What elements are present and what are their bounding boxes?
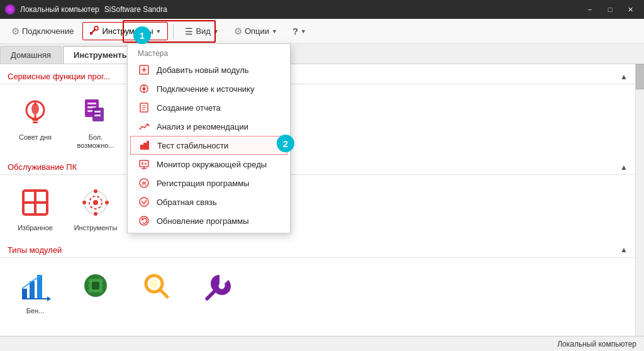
- section-service-collapse[interactable]: ▲: [620, 72, 628, 81]
- tabs-row: Домашняя Инструменты Поддержка Избранное: [0, 44, 644, 64]
- menu-item-analyze[interactable]: Анализ и рекомендации: [128, 117, 290, 136]
- module-search-icon: [138, 268, 174, 303]
- analyze-icon: [138, 120, 150, 133]
- tab-home[interactable]: Домашняя: [0, 46, 62, 64]
- scrollbar-thumb[interactable]: [636, 64, 644, 89]
- menu-stability-label: Тест стабильности: [157, 141, 228, 150]
- options-chevron: ▼: [272, 28, 277, 35]
- computer-name-title: Локальный компьютер: [20, 5, 99, 14]
- module-more-icon: [78, 94, 113, 130]
- module-benchmark-icon: [18, 268, 53, 303]
- module-benchmark[interactable]: Бен...: [10, 268, 60, 315]
- module-tip-label: Совет дня: [19, 133, 52, 142]
- menu-section-label: Мастера: [128, 47, 290, 60]
- svg-rect-26: [22, 289, 27, 299]
- svg-rect-64: [145, 163, 147, 165]
- svg-rect-2: [90, 32, 92, 35]
- menu-item-update[interactable]: Обновление программы: [128, 211, 290, 230]
- module-tip-icon: [18, 94, 53, 130]
- view-label: Вид: [196, 26, 211, 36]
- menu-feedback-label: Обратная связь: [157, 198, 217, 207]
- svg-rect-34: [86, 282, 89, 284]
- tab-tools-label: Инструменты: [74, 50, 129, 60]
- module-favorites-label: Избранное: [18, 224, 53, 232]
- svg-rect-28: [37, 275, 42, 299]
- menu-monitor-label: Монитор окружающей среды: [157, 160, 267, 169]
- module-favorites-icon: [18, 185, 53, 220]
- svg-rect-37: [102, 287, 105, 289]
- section-header-types[interactable]: Типы модулей ▲: [0, 243, 635, 258]
- svg-rect-39: [97, 276, 99, 279]
- menu-item-connect[interactable]: Подключение к источнику: [128, 79, 290, 98]
- svg-point-22: [94, 212, 97, 216]
- title-bar: Локальный компьютер SiSoftware Sandra − …: [0, 0, 644, 19]
- menu-item-add-module[interactable]: Добавить новый модуль: [128, 60, 290, 79]
- module-cpu[interactable]: [70, 268, 121, 315]
- svg-rect-33: [92, 282, 99, 289]
- section-types-content: Бен...: [0, 263, 635, 325]
- dropdown-menu: Мастера Добавить новый модуль Подключени…: [127, 43, 291, 233]
- svg-rect-15: [94, 114, 101, 116]
- options-label: Опции: [245, 26, 269, 36]
- view-icon: ☰: [185, 26, 193, 36]
- badge-2: 2: [277, 135, 294, 152]
- toolbar-separator-1: [173, 24, 174, 39]
- section-header-service[interactable]: Сервисные функции прог... ▲: [0, 69, 635, 84]
- app-name-title: SiSoftware Sandra: [104, 5, 167, 14]
- help-chevron: ▼: [301, 28, 306, 35]
- section-header-maintenance[interactable]: Обслуживание ПК ▲: [0, 160, 635, 175]
- menu-add-module-label: Добавить новый модуль: [157, 65, 249, 75]
- menu-item-stability[interactable]: Тест стабильности: [130, 136, 287, 155]
- section-service-content: Совет дня Бол. возможно...: [0, 89, 635, 160]
- menu-item-report[interactable]: Создание отчета: [128, 98, 290, 117]
- svg-rect-60: [140, 160, 148, 167]
- module-wrench-icon: [199, 268, 234, 303]
- module-more[interactable]: Бол. возможно...: [70, 94, 121, 150]
- svg-point-44: [150, 279, 158, 288]
- module-favorites[interactable]: Избранное: [10, 185, 60, 232]
- module-tools[interactable]: Инструменты: [70, 185, 121, 232]
- svg-point-25: [93, 200, 98, 205]
- svg-line-43: [160, 289, 167, 297]
- view-button[interactable]: ☰ Вид ▼: [179, 24, 225, 39]
- section-maintenance-content: Избранное Инструменты: [0, 180, 635, 242]
- connect-label: Подключение: [22, 26, 74, 36]
- section-maintenance-collapse[interactable]: ▲: [620, 163, 628, 172]
- menu-update-label: Обновление программы: [157, 216, 249, 226]
- svg-rect-57: [140, 145, 143, 150]
- menu-item-feedback[interactable]: Обратная связь: [128, 192, 290, 211]
- toolbar: ⚙ Подключение Инструменты ▼ ☰ Вид ▼ ⚙ Оп…: [0, 19, 644, 44]
- feedback-icon: [138, 196, 150, 208]
- tools-button[interactable]: Инструменты ▼: [82, 22, 168, 40]
- module-tools-icon: [78, 185, 113, 220]
- options-button[interactable]: ⚙ Опции ▼: [228, 23, 284, 40]
- svg-point-23: [82, 201, 86, 204]
- menu-item-register[interactable]: R Регистрация программы: [128, 174, 290, 192]
- status-bar: Локальный компьютер: [0, 336, 644, 351]
- scrollbar-track[interactable]: [635, 64, 644, 336]
- close-button[interactable]: ✕: [621, 3, 639, 16]
- svg-rect-7: [32, 118, 38, 121]
- monitor-env-icon: [138, 158, 150, 170]
- minimize-button[interactable]: −: [581, 3, 599, 16]
- maximize-button[interactable]: □: [601, 3, 619, 16]
- svg-point-24: [105, 201, 109, 204]
- menu-item-monitor[interactable]: Монитор окружающей среды: [128, 155, 290, 174]
- svg-marker-30: [47, 296, 51, 301]
- connect-button[interactable]: ⚙ Подключение: [5, 23, 80, 40]
- svg-rect-38: [92, 276, 94, 279]
- module-wrench[interactable]: [191, 268, 242, 315]
- module-search[interactable]: [131, 268, 181, 315]
- svg-rect-59: [147, 141, 149, 150]
- module-tip[interactable]: Совет дня: [10, 94, 60, 150]
- section-service-title: Сервисные функции прог...: [8, 72, 110, 81]
- module-more-label: Бол. возможно...: [70, 133, 121, 150]
- section-types-collapse[interactable]: ▲: [620, 245, 628, 254]
- title-bar-left: Локальный компьютер SiSoftware Sandra: [5, 4, 167, 14]
- connect-source-icon: [138, 82, 150, 95]
- module-tools-label: Инструменты: [74, 224, 118, 232]
- svg-rect-58: [143, 143, 147, 150]
- options-gear-icon: ⚙: [234, 26, 242, 37]
- badge-1: 1: [133, 26, 151, 44]
- help-button[interactable]: ? ▼: [286, 23, 313, 39]
